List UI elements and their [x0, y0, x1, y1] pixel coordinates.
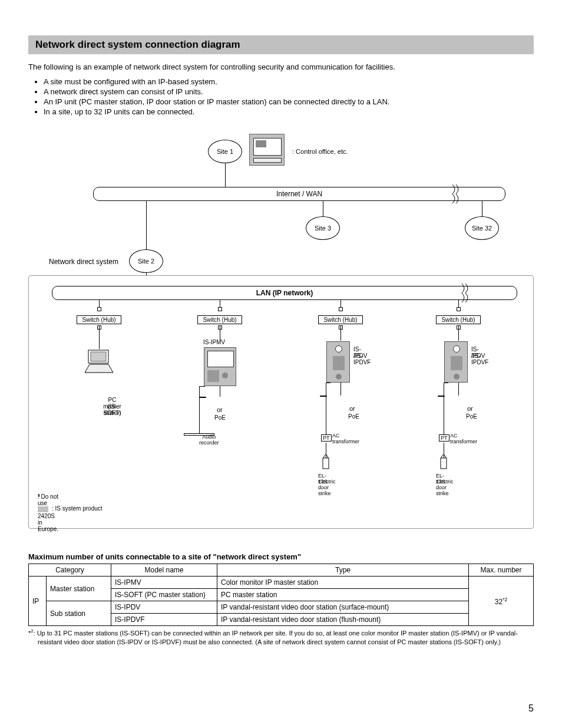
th-type: Type	[217, 564, 469, 577]
units-table: Category Model name Type Max. number IP …	[28, 564, 534, 626]
svg-rect-1	[91, 352, 106, 361]
laptop-icon	[81, 349, 117, 375]
pc-master-label: PC master station(IS-SOFT)	[72, 397, 125, 403]
control-office-label: : Control office, etc.	[292, 148, 348, 155]
site2-node: Site 2	[129, 249, 163, 273]
bus-break-icon	[461, 282, 469, 304]
svg-rect-3	[323, 458, 329, 469]
diagram: Site 1 : Control office, etc. Internet /…	[28, 128, 534, 541]
lan-bus: LAN (IP network)	[52, 286, 517, 300]
bus-break-icon	[451, 183, 459, 205]
poe-label: PoE	[214, 414, 226, 421]
table-title: Maximum number of units connectable to a…	[28, 552, 534, 561]
bullet-item: In a site, up to 32 IP units can be conn…	[44, 107, 534, 116]
cell-sub: Sub station	[47, 601, 111, 626]
audio-recorder: Audio recorder	[184, 433, 214, 436]
page-number: 5	[528, 703, 534, 714]
cell-type: PC master station	[217, 589, 469, 601]
is-ipmv-icon	[204, 347, 236, 386]
cell-max: 32*2	[469, 577, 534, 626]
svg-marker-2	[85, 364, 113, 373]
switch-hub: Switch (Hub)	[197, 315, 242, 324]
site3-node: Site 3	[306, 216, 340, 240]
pt-box: PT	[439, 434, 449, 442]
cell-master: Master station	[47, 577, 111, 601]
switch-hub: Switch (Hub)	[77, 315, 121, 324]
is-ipdv-icon	[326, 341, 350, 383]
legend-swatch	[38, 506, 48, 512]
site32-node: Site 32	[465, 216, 499, 240]
or-label: or	[467, 405, 473, 412]
footnote-2: *2: Up to 31 PC master stations (IS-SOFT…	[28, 628, 534, 647]
legend-label: : IS system product	[52, 505, 103, 512]
site1-node: Site 1	[208, 140, 242, 163]
pt-box: PT	[321, 434, 332, 442]
section-title: Network direct system connection diagram	[28, 35, 534, 54]
cell-model: IS-IPDV	[111, 601, 217, 614]
poe-label: PoE	[348, 413, 359, 420]
nds-label: Network direct system	[49, 258, 118, 266]
internet-bus: Internet / WAN	[93, 187, 505, 201]
cell-type: IP vandal-resistant video door station (…	[217, 601, 469, 614]
table-row: IP Master station IS-IPMV Color monitor …	[29, 577, 534, 589]
table-row: Sub station IS-IPDV IP vandal-resistant …	[29, 601, 534, 614]
internet-label: Internet / WAN	[94, 190, 505, 198]
is-ipmv-label: IS-IPMV	[203, 339, 225, 345]
th-category: Category	[29, 564, 111, 577]
ps-label: PS-2420/D/UL/S*1	[199, 397, 206, 398]
or-label: or	[217, 406, 223, 413]
svg-rect-4	[441, 458, 447, 469]
cell-model: IS-IPDVF	[111, 614, 217, 626]
poe-label: PoE	[466, 413, 477, 420]
cell-model: IS-SOFT (PC master station)	[111, 589, 217, 601]
th-model: Model name	[111, 564, 217, 577]
bullet-list: A site must be configured with an IP-bas…	[35, 77, 534, 116]
intro-text: The following is an example of network d…	[28, 62, 534, 71]
door-strike-icon	[320, 453, 331, 470]
or-label: or	[349, 405, 355, 412]
th-max: Max. number	[469, 564, 534, 577]
bullet-item: A site must be configured with an IP-bas…	[44, 77, 534, 86]
cell-ip: IP	[29, 577, 47, 626]
lan-label: LAN (IP network)	[52, 289, 517, 297]
bullet-item: A network direct system can consist of I…	[44, 87, 534, 96]
ac-transformer-label: AC transformer	[332, 433, 359, 445]
cell-type: Color monitor IP master station	[217, 577, 469, 589]
cell-type: IP vandal-resistant video door station (…	[217, 614, 469, 626]
is-ipdv-icon	[444, 341, 468, 383]
bullet-item: An IP unit (PC master station, IP door s…	[44, 97, 534, 106]
switch-hub: Switch (Hub)	[318, 315, 363, 324]
cell-model: IS-IPMV	[111, 577, 217, 589]
switch-hub: Switch (Hub)	[436, 315, 481, 324]
monitor-icon	[249, 134, 285, 166]
ac-transformer-label: AC transformer	[450, 433, 477, 445]
door-strike-icon	[438, 453, 449, 470]
